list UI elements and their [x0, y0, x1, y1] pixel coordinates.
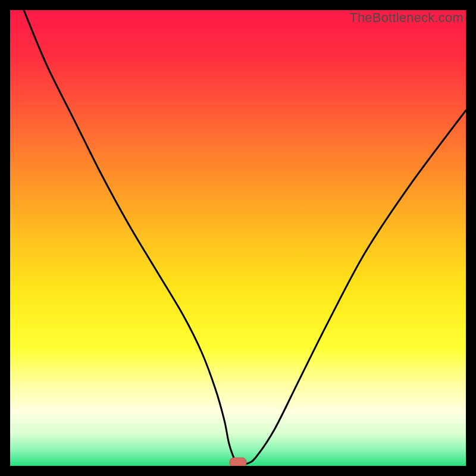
bottleneck-plot: [10, 10, 466, 466]
chart-frame: TheBottleneck.com: [10, 10, 466, 466]
watermark-text: TheBottleneck.com: [349, 10, 464, 26]
gradient-background: [10, 10, 466, 466]
optimal-marker: [230, 458, 246, 466]
